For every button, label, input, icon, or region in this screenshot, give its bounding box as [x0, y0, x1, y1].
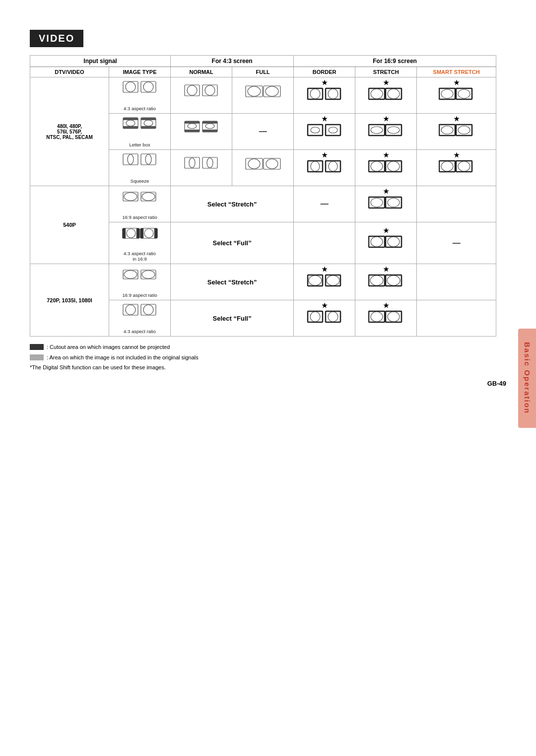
svg-point-69	[371, 161, 383, 171]
stretch-43in169: ★	[355, 222, 417, 264]
svg-point-7	[205, 85, 215, 95]
star-border-43-g3: ★	[322, 302, 328, 309]
normal-full-43-g3: Select “Full”	[171, 300, 294, 337]
image-type-squeeze: Squeeze	[109, 150, 171, 186]
svg-point-41	[311, 127, 320, 133]
dash-full-letterbox: —	[259, 127, 267, 136]
svg-rect-64	[308, 161, 323, 172]
screen-stretch-43in169	[368, 234, 404, 259]
image-type-cell: 4:3 aspect ratio	[109, 77, 171, 114]
screen-normal-r1	[184, 83, 219, 108]
star-stretch-lb: ★	[383, 116, 389, 122]
svg-point-55	[145, 154, 151, 164]
header-image-type: Image type	[109, 67, 171, 77]
svg-point-65	[311, 161, 320, 171]
svg-rect-30	[141, 126, 156, 129]
star-border-169-g3: ★	[322, 266, 328, 273]
border-169: —	[294, 186, 355, 222]
section-title: VIDEO	[30, 30, 83, 47]
svg-rect-54	[141, 154, 156, 165]
screen-border-letterbox	[307, 123, 342, 147]
border-169-g3: ★	[294, 264, 355, 300]
svg-rect-114	[369, 311, 385, 322]
svg-point-51	[458, 126, 470, 134]
smart-squeeze: ★	[417, 150, 496, 186]
svg-rect-70	[386, 161, 402, 172]
table-row: 540P 16:9 aspect ratio	[30, 186, 496, 222]
svg-point-27	[126, 120, 135, 126]
normal-cell-r1	[171, 77, 232, 114]
svg-rect-10	[264, 86, 280, 97]
header-for-169: For 16:9 screen	[294, 56, 496, 67]
svg-rect-100	[326, 275, 340, 286]
svg-point-95	[124, 271, 137, 278]
dash-border-169: —	[321, 200, 329, 208]
legend-gray-box	[30, 354, 44, 360]
smartstretch-cell-r1: ★	[417, 77, 496, 114]
screen-smart-r1	[439, 86, 474, 111]
label-43aspect: 4:3 aspect ratio	[124, 106, 156, 111]
star-border-sq: ★	[322, 152, 328, 158]
smart-169-g3	[417, 264, 496, 300]
svg-point-63	[266, 159, 278, 169]
svg-point-117	[388, 312, 400, 322]
stretch-cell-r1: ★	[355, 77, 417, 114]
svg-rect-38	[202, 130, 217, 132]
svg-rect-98	[308, 275, 323, 286]
border-43in169	[294, 222, 355, 264]
svg-point-21	[441, 89, 453, 98]
border-cell-r1: ★	[294, 77, 355, 114]
svg-rect-8	[246, 86, 263, 97]
svg-rect-20	[439, 88, 455, 99]
legend-item-dark: : Cutout area on which images cannot be …	[30, 343, 506, 352]
svg-point-75	[458, 161, 470, 171]
label-squeeze: Squeeze	[131, 178, 149, 184]
stretch-169-g3: ★	[355, 264, 417, 300]
screen-normal-letterbox	[184, 119, 219, 144]
svg-point-105	[387, 275, 400, 285]
normal-letterbox	[171, 114, 232, 150]
stretch-letterbox: ★	[355, 114, 417, 150]
legend-star-note: *The Digital Shift function can be used …	[30, 363, 506, 372]
header-row-2: DTV/video Image type NORMAL FULL BORDER …	[30, 67, 496, 77]
screen-border-169-g3	[307, 273, 342, 298]
svg-point-5	[187, 85, 197, 95]
normal-full-169-g3: Select “Stretch”	[171, 264, 294, 300]
svg-rect-116	[386, 311, 402, 322]
svg-point-13	[310, 89, 320, 99]
header-full: FULL	[232, 67, 294, 77]
star-stretch-sq: ★	[383, 152, 389, 158]
svg-point-53	[128, 154, 134, 164]
star-smart-lb: ★	[454, 116, 460, 122]
svg-point-15	[328, 89, 338, 99]
star-border-r1: ★	[322, 79, 328, 86]
svg-point-79	[142, 193, 155, 201]
normal-full-43in169: Select “Full”	[171, 222, 294, 264]
star-stretch-169-g3: ★	[383, 266, 389, 273]
header-stretch: STRETCH	[355, 67, 417, 77]
svg-rect-46	[386, 125, 402, 136]
screen-image-43	[122, 79, 158, 104]
table-row: 720P, 1035I, 1080I 16:9 aspect ratio	[30, 264, 496, 300]
svg-point-35	[188, 124, 197, 129]
image-type-169-g3: 16:9 aspect ratio	[109, 264, 171, 300]
header-input-signal: Input signal	[30, 56, 171, 67]
header-for-43: For 4:3 screen	[171, 56, 294, 67]
legend-section: : Cutout area on which images cannot be …	[30, 343, 506, 372]
stretch-43-g3: ★	[355, 300, 417, 337]
svg-rect-78	[141, 192, 156, 201]
svg-rect-16	[369, 88, 385, 99]
border-squeeze: ★	[294, 150, 355, 186]
svg-point-11	[266, 86, 278, 96]
svg-rect-22	[456, 88, 472, 99]
svg-rect-88	[143, 228, 154, 238]
svg-point-97	[142, 271, 155, 278]
svg-point-93	[388, 237, 400, 247]
star-stretch-r1: ★	[383, 79, 389, 86]
svg-rect-52	[123, 154, 138, 165]
svg-rect-58	[202, 157, 217, 168]
svg-point-45	[371, 127, 383, 134]
star-smart-r1: ★	[454, 79, 460, 86]
screen-normal-squeeze	[184, 155, 219, 180]
screen-169-g3-input	[122, 266, 158, 291]
